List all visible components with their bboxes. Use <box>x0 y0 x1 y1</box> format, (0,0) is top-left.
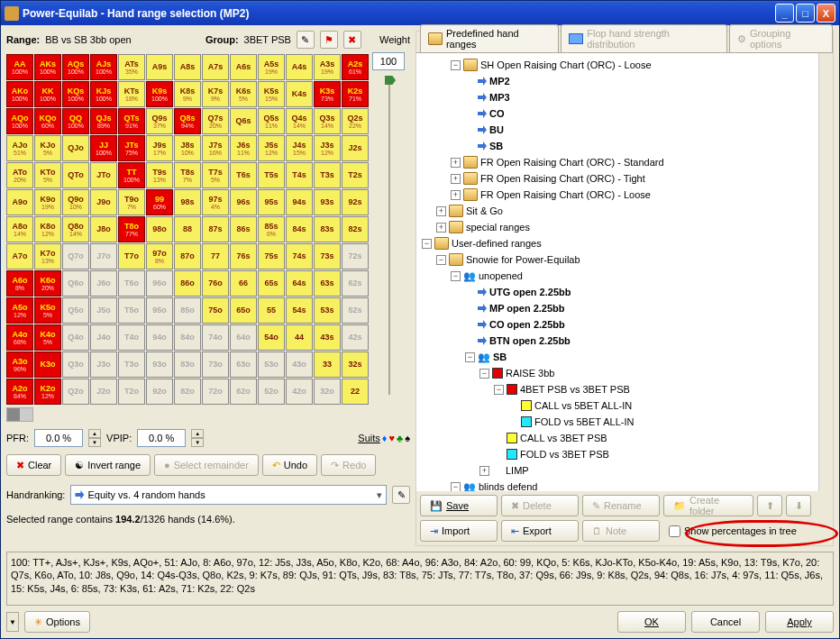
hand-cell[interactable]: A6s <box>230 54 257 80</box>
hand-cell[interactable]: 83s <box>314 216 341 242</box>
hand-cell[interactable]: 84s <box>286 216 313 242</box>
hand-cell[interactable]: 74s <box>286 243 313 269</box>
hand-cell[interactable]: 86o <box>174 270 201 297</box>
tab-predefined[interactable]: Predefined hand ranges <box>420 24 559 52</box>
hand-cell[interactable]: 97s4% <box>202 189 229 215</box>
hand-cell[interactable]: 95o <box>146 297 173 324</box>
hand-cell[interactable]: JTs75% <box>118 135 145 161</box>
options-dropdown-arrow[interactable]: ▼ <box>6 612 19 632</box>
hand-cell[interactable]: QQ100% <box>62 108 89 134</box>
hand-cell[interactable]: 94s <box>286 189 313 215</box>
hand-cell[interactable]: J8s10% <box>174 135 201 161</box>
hand-cell[interactable]: 77 <box>202 243 229 269</box>
hand-cell[interactable]: Q4o <box>62 324 89 351</box>
hand-cell[interactable]: K4s <box>286 81 313 107</box>
hand-cell[interactable]: 73s <box>314 243 341 269</box>
hand-cell[interactable]: T2o <box>118 379 145 405</box>
hand-cell[interactable]: 43s <box>314 324 341 351</box>
hand-cell[interactable]: K4o5% <box>34 324 61 351</box>
hand-cell[interactable]: J3o <box>90 351 117 378</box>
hand-cell[interactable]: J6o <box>90 270 117 297</box>
hand-cell[interactable]: AJs100% <box>90 54 117 80</box>
hand-cell[interactable]: 65s <box>258 270 285 297</box>
hand-cell[interactable]: 42s <box>342 324 369 351</box>
hand-cell[interactable]: Q3s14% <box>314 108 341 134</box>
hand-cell[interactable]: AKo100% <box>6 81 33 107</box>
hand-cell[interactable]: Q6o <box>62 270 89 297</box>
hand-cell[interactable]: A3s19% <box>314 54 341 80</box>
hand-cell[interactable]: T6s <box>230 162 257 188</box>
hand-cell[interactable]: 85o <box>174 297 201 324</box>
hand-cell[interactable]: KQo60% <box>34 108 61 134</box>
hand-cell[interactable]: JTo <box>90 162 117 188</box>
hand-cell[interactable]: J5s12% <box>258 135 285 161</box>
hand-cell[interactable]: T8s7% <box>174 162 201 188</box>
tree-item[interactable]: −User-defined ranges <box>418 235 831 251</box>
hand-cell[interactable]: AJo51% <box>6 135 33 161</box>
hand-cell[interactable]: 66 <box>230 270 257 297</box>
select-remainder-button[interactable]: ●Select remainder <box>154 454 259 476</box>
tree-toggle[interactable]: − <box>451 60 461 70</box>
hand-cell[interactable]: ATs35% <box>118 54 145 80</box>
hand-cell[interactable]: 84o <box>174 324 201 351</box>
hand-cell[interactable]: Q4s14% <box>286 108 313 134</box>
tree-item[interactable]: BU <box>418 122 831 138</box>
hand-cell[interactable]: AA100% <box>6 54 33 80</box>
hand-cell[interactable]: 76o <box>202 270 229 297</box>
hand-cell[interactable]: T6o <box>118 270 145 297</box>
hand-cell[interactable]: T4o <box>118 324 145 351</box>
hand-cell[interactable]: Q5o <box>62 297 89 324</box>
hand-cell[interactable]: 33 <box>314 351 341 378</box>
hand-cell[interactable]: KTo5% <box>34 162 61 188</box>
hand-cell[interactable]: 86s <box>230 216 257 242</box>
hand-cell[interactable]: 52s <box>342 297 369 324</box>
hand-cell[interactable]: 92o <box>146 379 173 405</box>
hand-cell[interactable]: A4s <box>286 54 313 80</box>
hand-cell[interactable]: 94o <box>146 324 173 351</box>
tree-item[interactable]: CO <box>418 105 831 122</box>
hand-cell[interactable]: 54s <box>286 297 313 324</box>
scrollbar[interactable] <box>818 53 833 491</box>
tree-item[interactable]: −SH Open Raising Chart (ORC) - Loose <box>418 57 831 73</box>
cancel-button[interactable]: Cancel <box>691 611 760 633</box>
tree-toggle[interactable]: + <box>436 223 446 233</box>
hand-cell[interactable]: QTs91% <box>118 108 145 134</box>
hand-cell[interactable]: 32s <box>342 351 369 378</box>
hand-cell[interactable]: 75s <box>258 243 285 269</box>
hand-cell[interactable]: K7o13% <box>34 243 61 269</box>
hand-cell[interactable]: K3o <box>34 351 61 378</box>
hand-cell[interactable]: J3s12% <box>314 135 341 161</box>
hand-cell[interactable]: A5o12% <box>6 297 33 324</box>
tree-item[interactable]: MP open 2.25bb <box>418 300 831 316</box>
pfr-spinner[interactable]: ▲▼ <box>88 429 101 447</box>
edit-ranking-icon[interactable]: ✎ <box>392 486 410 504</box>
tab-grouping[interactable]: ⚙Grouping options <box>729 24 833 52</box>
hand-cell[interactable]: Q5s11% <box>258 108 285 134</box>
hand-cell[interactable]: 87o <box>174 243 201 269</box>
hand-cell[interactable]: 95s <box>258 189 285 215</box>
hand-cell[interactable]: 62o <box>230 379 257 405</box>
hand-cell[interactable]: T5s <box>258 162 285 188</box>
clear-button[interactable]: ✖Clear <box>6 454 61 476</box>
hand-cell[interactable]: K5o5% <box>34 297 61 324</box>
tree-item[interactable]: −RAISE 3bb <box>418 365 831 381</box>
hand-cell[interactable]: 72o <box>202 379 229 405</box>
tree-toggle[interactable]: + <box>451 158 461 168</box>
hand-cell[interactable]: 64s <box>286 270 313 297</box>
hand-cell[interactable]: J9o <box>90 189 117 215</box>
hand-cell[interactable]: 93o <box>146 351 173 378</box>
hand-cell[interactable]: KJo5% <box>34 135 61 161</box>
weight-slider[interactable] <box>385 70 394 404</box>
hand-cell[interactable]: T9o7% <box>118 189 145 215</box>
delete-icon[interactable]: ✖ <box>343 31 361 49</box>
hand-cell[interactable]: 96o <box>146 270 173 297</box>
hand-cell[interactable]: K8o12% <box>34 216 61 242</box>
hand-cell[interactable]: A9o <box>6 189 33 215</box>
hand-cell[interactable]: Q7o <box>62 243 89 269</box>
hand-cell[interactable]: KJs100% <box>90 81 117 107</box>
hand-cell[interactable]: Q3o <box>62 351 89 378</box>
hand-cell[interactable]: 98s <box>174 189 201 215</box>
hand-cell[interactable]: J6s11% <box>230 135 257 161</box>
hand-cell[interactable]: 72s <box>342 243 369 269</box>
tree-item[interactable]: CALL vs 3BET PSB <box>418 430 831 446</box>
